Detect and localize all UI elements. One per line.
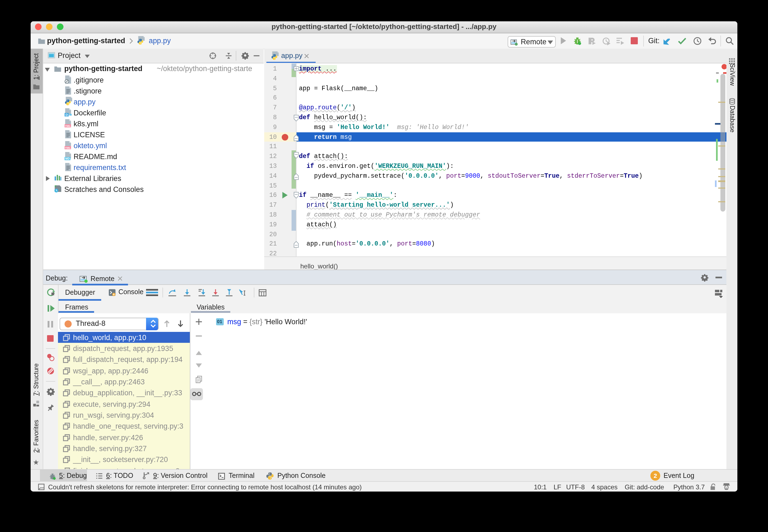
svg-text:D: D [65, 113, 68, 116]
svg-text:MD: MD [65, 157, 69, 160]
svg-text:YML: YML [65, 146, 71, 149]
svg-text:YML: YML [65, 124, 71, 127]
